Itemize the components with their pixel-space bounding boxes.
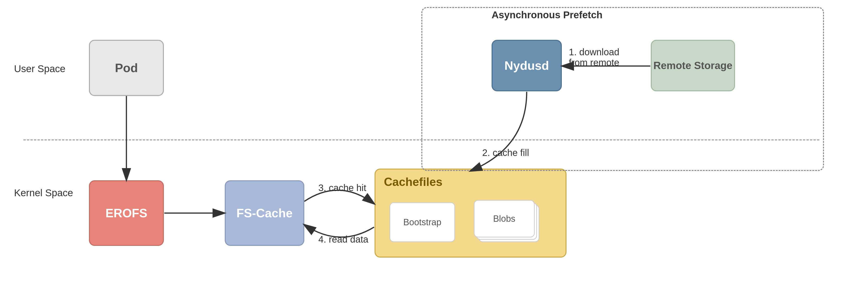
diagram-container: User Space Kernel Space Pod EROFS FS-Cac… [0, 0, 868, 288]
bootstrap-box: Bootstrap [390, 202, 455, 242]
pod-box: Pod [89, 40, 164, 96]
fscache-label: FS-Cache [237, 206, 292, 220]
bootstrap-label: Bootstrap [403, 217, 441, 227]
nydusd-box: Nydusd [492, 40, 562, 91]
pod-label: Pod [115, 61, 138, 75]
async-prefetch-label: Asynchronous Prefetch [492, 9, 602, 21]
fscache-box: FS-Cache [225, 180, 304, 246]
cache-hit-label: 3. cache hit [318, 183, 366, 193]
remote-storage-label: Remote Storage [653, 60, 732, 71]
cachefiles-box: Cachefiles Bootstrap Blobs [375, 169, 566, 258]
blobs-label: Blobs [493, 214, 515, 224]
blobs-box-front: Blobs [474, 200, 535, 237]
async-prefetch-box [421, 7, 824, 171]
remote-storage-box: Remote Storage [651, 40, 735, 91]
erofs-label: EROFS [105, 206, 147, 220]
cachefiles-label: Cachefiles [384, 175, 442, 189]
kernel-space-label: Kernel Space [14, 187, 73, 199]
read-data-label: 4. read data [318, 234, 368, 245]
cache-fill-label: 2. cache fill [482, 147, 529, 158]
nydusd-label: Nydusd [504, 59, 549, 73]
download-from-remote-label: 1. download from remote [569, 47, 619, 68]
erofs-box: EROFS [89, 180, 164, 246]
user-space-label: User Space [14, 63, 65, 75]
